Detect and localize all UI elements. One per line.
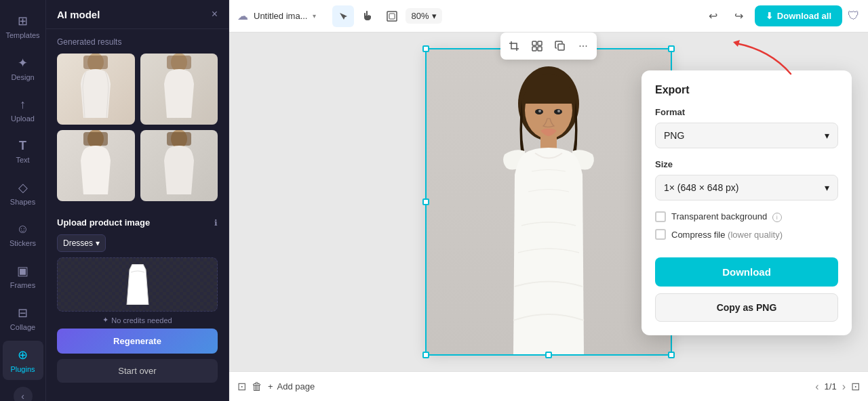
canvas-frame xyxy=(427,49,671,354)
float-grid-button[interactable] xyxy=(526,35,548,57)
svg-rect-3 xyxy=(167,56,191,69)
size-label: Size xyxy=(655,159,838,169)
add-page-button[interactable]: + Add page xyxy=(268,381,315,392)
format-value: PNG xyxy=(664,130,684,141)
format-select[interactable]: PNG ▾ xyxy=(655,123,838,148)
sidebar-item-text[interactable]: T Text xyxy=(3,132,43,171)
svg-rect-8 xyxy=(387,12,397,21)
next-page-button[interactable]: › xyxy=(842,381,846,393)
size-dropdown-icon: ▾ xyxy=(825,182,829,193)
file-dropdown-arrow[interactable]: ▾ xyxy=(313,12,316,20)
download-all-button[interactable]: ⬇ Download all xyxy=(755,5,842,26)
ai-model-panel: AI model × Generated results xyxy=(46,0,229,401)
text-icon: T xyxy=(19,139,26,153)
svg-point-21 xyxy=(557,110,560,112)
copy-png-button[interactable]: Copy as PNG xyxy=(655,293,838,322)
frame-tool-button[interactable] xyxy=(381,5,403,27)
panel-title: AI model xyxy=(57,9,100,20)
shapes-icon: ◇ xyxy=(18,180,28,195)
hand-tool-button[interactable] xyxy=(357,5,378,27)
sidebar-item-templates[interactable]: ⊞ Templates xyxy=(3,7,43,46)
page-counter: 1/1 xyxy=(825,381,837,392)
sidebar-item-upload[interactable]: ↑ Upload xyxy=(3,91,43,129)
sidebar-item-design[interactable]: ✦ Design xyxy=(3,49,43,88)
upload-info-icon[interactable]: ℹ xyxy=(214,218,218,228)
prev-page-button[interactable]: ‹ xyxy=(815,381,818,393)
delete-icon[interactable]: 🗑 xyxy=(252,381,262,393)
sidebar-item-shapes[interactable]: ◇ Shapes xyxy=(3,173,43,213)
upload-header: Upload product image ℹ xyxy=(57,217,218,228)
dress-selector: Dresses ▾ xyxy=(57,234,218,252)
compress-row: Compress file (lower quality) xyxy=(655,229,838,240)
float-copy-button[interactable] xyxy=(549,35,571,57)
start-over-button[interactable]: Start over xyxy=(57,359,218,383)
compress-quality-label: (lower quality) xyxy=(728,230,783,240)
sidebar-item-plugins[interactable]: ⊕ Plugins xyxy=(3,341,43,380)
bottom-left: ⊡ 🗑 + Add page xyxy=(237,380,315,393)
upload-section: Upload product image ℹ Dresses ▾ ✦ No cr… xyxy=(46,209,229,391)
close-panel-button[interactable]: × xyxy=(212,8,218,20)
transparent-info-icon[interactable]: i xyxy=(772,213,782,222)
redo-button[interactable]: ↪ xyxy=(729,6,749,26)
design-icon: ✦ xyxy=(18,56,28,70)
svg-rect-5 xyxy=(83,132,108,146)
templates-icon: ⊞ xyxy=(18,14,28,28)
toolbar-left: ☁ Untitled ima... ▾ xyxy=(237,9,316,22)
svg-rect-9 xyxy=(389,14,395,19)
svg-rect-12 xyxy=(532,47,536,51)
undo-button[interactable]: ↩ xyxy=(703,6,724,26)
sidebar-item-collage[interactable]: ⊟ Collage xyxy=(3,299,43,338)
compress-checkbox[interactable] xyxy=(655,229,666,240)
sidebar-item-label: Design xyxy=(11,73,34,81)
page-nav: ‹ 1/1 › xyxy=(815,381,846,393)
zoom-value: 80% xyxy=(411,11,429,21)
transparent-bg-checkbox[interactable] xyxy=(655,211,666,222)
download-button[interactable]: Download xyxy=(655,257,838,287)
dress-dropdown[interactable]: Dresses ▾ xyxy=(57,234,106,252)
transparent-bg-label: Transparent background i xyxy=(671,211,782,222)
svg-rect-14 xyxy=(558,44,564,50)
canvas-image xyxy=(427,49,671,354)
svg-rect-11 xyxy=(538,41,542,45)
generated-image-3[interactable] xyxy=(57,130,135,201)
upload-area[interactable] xyxy=(57,257,218,312)
sidebar-item-stickers[interactable]: ☺ Stickers xyxy=(3,215,43,254)
size-select[interactable]: 1× (648 × 648 px) ▾ xyxy=(655,175,838,200)
export-title: Export xyxy=(655,84,838,96)
generated-image-2[interactable] xyxy=(140,54,218,125)
stickers-icon: ☺ xyxy=(16,222,28,236)
generated-image-1[interactable] xyxy=(57,54,135,125)
sidebar-item-label: Templates xyxy=(5,31,39,39)
generated-image-4[interactable] xyxy=(140,130,218,201)
sidebar-collapse-button[interactable]: ‹ xyxy=(14,387,33,401)
generated-grid xyxy=(57,54,218,201)
float-crop-button[interactable] xyxy=(503,35,525,57)
zoom-control[interactable]: 80% ▾ xyxy=(406,8,441,24)
sidebar-item-label: Upload xyxy=(11,114,35,123)
upload-icon: ↑ xyxy=(20,98,26,112)
main-area: ☁ Untitled ima... ▾ 80% xyxy=(229,0,868,401)
no-credits-label: ✦ No credits needed xyxy=(57,312,218,329)
select-tool-button[interactable] xyxy=(332,5,354,27)
sidebar: ⊞ Templates ✦ Design ↑ Upload T Text ◇ S… xyxy=(0,0,46,401)
upload-title: Upload product image xyxy=(57,217,150,228)
svg-rect-1 xyxy=(83,56,108,69)
toolbar-center: 80% ▾ xyxy=(332,5,441,27)
generated-label: Generated results xyxy=(57,37,218,47)
svg-marker-22 xyxy=(733,40,740,47)
shield-icon[interactable]: 🛡 xyxy=(848,9,860,23)
file-name[interactable]: Untitled ima... xyxy=(254,11,307,21)
dropdown-chevron-icon: ▾ xyxy=(96,238,100,248)
presentation-icon[interactable]: ⊡ xyxy=(237,380,246,393)
regenerate-button[interactable]: Regenerate xyxy=(57,329,218,354)
sidebar-item-frames[interactable]: ▣ Frames xyxy=(3,257,43,296)
transparent-bg-row: Transparent background i xyxy=(655,211,838,222)
generated-results-section: Generated results xyxy=(46,29,229,209)
svg-rect-13 xyxy=(538,47,542,51)
float-more-button[interactable]: ··· xyxy=(572,35,594,57)
bottom-bar: ⊡ 🗑 + Add page ‹ 1/1 › ⊡ xyxy=(229,371,868,401)
svg-rect-10 xyxy=(532,41,536,45)
expand-icon[interactable]: ⊡ xyxy=(851,380,860,393)
sidebar-item-label: Plugins xyxy=(10,365,35,373)
toolbar-right: ↩ ↪ ⬇ Download all 🛡 xyxy=(703,5,860,26)
